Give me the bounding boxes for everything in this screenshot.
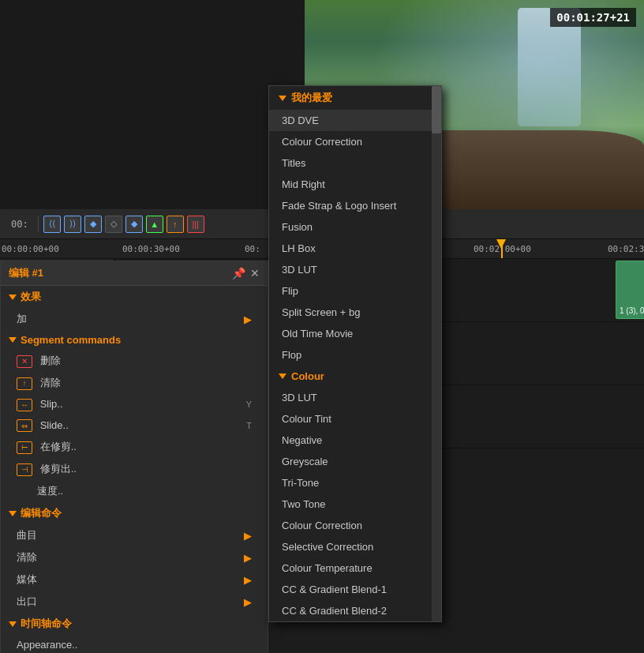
prev-edit-button[interactable]: ⟨⟨ xyxy=(43,216,61,233)
ruler-mark-0: 00:00:00+00 xyxy=(2,244,59,254)
dropdown-item-greyscale[interactable]: Greyscale xyxy=(269,451,441,472)
dropdown-item-two-tone[interactable]: Two Tone xyxy=(269,494,441,515)
clip-2-label: 1 (3), 0%, 1440 xyxy=(620,306,644,315)
trim-in-label: 在修剪.. xyxy=(40,441,77,452)
appearance-label: Appearance.. xyxy=(17,639,77,651)
dropdown-scrollbar[interactable] xyxy=(432,86,441,621)
effects-label: 效果 xyxy=(21,290,41,304)
dropdown-item-selective-correction[interactable]: Selective Correction xyxy=(269,536,441,557)
track-label: 曲目 xyxy=(17,528,37,542)
dropdown-item-lh-box[interactable]: LH Box xyxy=(269,238,441,259)
effects-expand-icon xyxy=(9,295,17,300)
dropdown-item-colour-correction[interactable]: Colour Correction xyxy=(269,515,441,536)
dropdown-menu: 我的最爱 3D DVE Colour Correction Titles Mid… xyxy=(268,85,442,622)
dropdown-item-3dlut-fav[interactable]: 3D LUT xyxy=(269,259,441,280)
colour-section-header: Colour xyxy=(269,366,441,387)
add-effect-arrow: ▶ xyxy=(244,313,252,325)
favorites-expand-icon xyxy=(279,96,286,101)
trim-out-item[interactable]: ⊣ 修剪出.. xyxy=(1,458,268,480)
speed-item[interactable]: 速度.. xyxy=(1,480,268,502)
colour-expand-icon xyxy=(279,373,286,379)
dropdown-item-cc-gradient-2[interactable]: CC & Gradient Blend-2 xyxy=(269,600,441,621)
timecode-display: 00:01:27+21 xyxy=(550,8,636,27)
delete-label: 删除 xyxy=(40,355,61,366)
segment-expand-icon xyxy=(9,337,17,343)
close-button[interactable]: ✕ xyxy=(250,267,260,280)
trim-in-icon: ⊢ xyxy=(17,441,32,454)
speed-label: 速度.. xyxy=(17,484,63,498)
add-effect-label: 加 xyxy=(17,312,27,326)
edit-panel-header: 编辑 #1 📌 ✕ xyxy=(1,261,268,286)
delete-icon: ✕ xyxy=(17,355,32,368)
dropdown-item-fade-strap[interactable]: Fade Strap & Logo Insert xyxy=(269,195,441,216)
timeline-commands-label: 时间轴命令 xyxy=(21,617,72,631)
segment-commands-header: Segment commands xyxy=(1,330,268,350)
slip-icon: ↔ xyxy=(17,399,32,411)
segment-commands-label: Segment commands xyxy=(21,334,121,346)
track-arrow: ▶ xyxy=(244,530,252,542)
dropdown-item-tri-tone[interactable]: Tri-Tone xyxy=(269,472,441,494)
toolbar-divider-1 xyxy=(38,216,39,232)
edit-commands-header: 编辑命令 xyxy=(1,502,268,524)
ruler-mark-2: 00: xyxy=(245,244,260,254)
mark-in-button[interactable]: ◆ xyxy=(84,216,102,233)
favorites-label: 我的最爱 xyxy=(291,91,332,105)
dropdown-scrollbar-thumb[interactable] xyxy=(432,86,441,133)
dropdown-item-3dlut-colour[interactable]: 3D LUT xyxy=(269,387,441,408)
dropdown-item-old-time-movie[interactable]: Old Time Movie xyxy=(269,323,441,344)
export-label: 出口 xyxy=(17,595,37,609)
trim-out-icon: ⊣ xyxy=(17,463,32,476)
clip-2[interactable]: 1 (3), 0%, 1440 xyxy=(616,261,644,319)
slip-label: Slip.. xyxy=(40,398,63,410)
clear-label: 清除 xyxy=(40,377,61,388)
slide-label: Slide.. xyxy=(40,419,69,431)
slide-icon: ⇔ xyxy=(17,419,32,432)
clear-icon: ↑ xyxy=(17,377,32,390)
effects-section-header: 效果 xyxy=(1,286,268,308)
slide-item[interactable]: ⇔ Slide.. T xyxy=(1,415,268,437)
delete-item[interactable]: ✕ 删除 xyxy=(1,350,268,372)
slip-item[interactable]: ↔ Slip.. Y xyxy=(1,394,268,415)
media-arrow: ▶ xyxy=(244,574,252,586)
clear-edit-label: 清除 xyxy=(17,550,37,565)
next-edit-button[interactable]: ⟩⟩ xyxy=(64,216,81,233)
edit-commands-expand-icon xyxy=(9,511,17,516)
appearance-item[interactable]: Appearance.. xyxy=(1,635,268,653)
media-item[interactable]: 媒体 ▶ xyxy=(1,569,268,591)
clear-edit-item[interactable]: 清除 ▶ xyxy=(1,546,268,569)
extract-button[interactable]: ||| xyxy=(187,216,204,233)
dropdown-item-negative[interactable]: Negative xyxy=(269,430,441,451)
dropdown-item-colour-tint[interactable]: Colour Tint xyxy=(269,408,441,430)
ruler-mark-4: 00:02:3 xyxy=(608,244,644,254)
mark-out-button[interactable]: ◇ xyxy=(105,216,122,233)
dropdown-item-colour-temperature[interactable]: Colour Temperature xyxy=(269,557,441,579)
dropdown-item-flop[interactable]: Flop xyxy=(269,344,441,366)
edit-panel-controls: 📌 ✕ xyxy=(232,267,260,280)
dropdown-item-titles[interactable]: Titles xyxy=(269,152,441,174)
export-item[interactable]: 出口 ▶ xyxy=(1,591,268,613)
dropdown-item-3ddve[interactable]: 3D DVE xyxy=(269,110,441,131)
slide-shortcut: T xyxy=(246,421,252,430)
go-to-in-button[interactable]: ▲ xyxy=(146,216,163,233)
preview-left-panel xyxy=(0,0,305,209)
edit-panel-title: 编辑 #1 xyxy=(9,266,43,280)
favorites-section-header: 我的最爱 xyxy=(269,86,441,110)
mark-clip-button[interactable]: ◆ xyxy=(125,216,143,233)
add-effect-item[interactable]: 加 ▶ xyxy=(1,308,268,330)
dropdown-item-split-screen[interactable]: Split Screen + bg xyxy=(269,302,441,323)
dropdown-item-cc-gradient-1[interactable]: CC & Gradient Blend-1 xyxy=(269,579,441,600)
pin-button[interactable]: 📌 xyxy=(232,267,245,280)
media-label: 媒体 xyxy=(17,572,37,587)
clear-edit-arrow: ▶ xyxy=(244,552,252,564)
colour-label: Colour xyxy=(291,370,324,382)
dropdown-item-colour-correction-fav[interactable]: Colour Correction xyxy=(269,131,441,152)
dropdown-item-mid-right[interactable]: Mid Right xyxy=(269,174,441,195)
slip-shortcut: Y xyxy=(246,400,252,409)
lift-button[interactable]: ↑ xyxy=(167,216,184,233)
clear-item[interactable]: ↑ 清除 xyxy=(1,372,268,394)
track-item[interactable]: 曲目 ▶ xyxy=(1,524,268,546)
dropdown-item-flip[interactable]: Flip xyxy=(269,280,441,302)
trim-in-item[interactable]: ⊢ 在修剪.. xyxy=(1,436,268,458)
dropdown-item-fusion[interactable]: Fusion xyxy=(269,216,441,238)
timeline-commands-expand-icon xyxy=(9,621,17,627)
